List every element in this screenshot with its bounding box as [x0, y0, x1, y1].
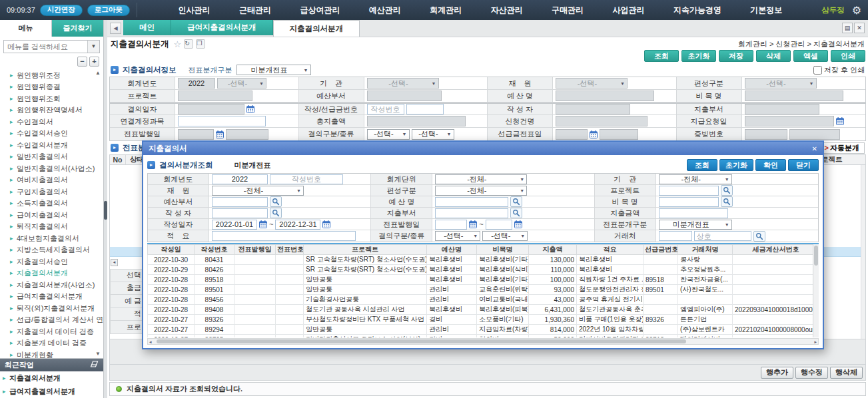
- favorite-star-icon[interactable]: ☆: [174, 39, 182, 49]
- m-date-from-input[interactable]: [212, 220, 257, 230]
- column-header-작성일[interactable]: 작성일: [148, 245, 195, 255]
- m-issue-to-calendar-icon[interactable]: [514, 220, 522, 228]
- sidebar-item-여비지출결의서[interactable]: 여비지출결의서: [0, 174, 103, 186]
- toolbar-button-인쇄[interactable]: 인쇄: [831, 50, 865, 62]
- modal-horizontal-scrollbar[interactable]: ◂ ▸: [147, 338, 819, 345]
- total-amount-input[interactable]: [367, 116, 466, 126]
- m-slip-type-select[interactable]: 미분개전표▼: [659, 220, 732, 230]
- top-menu-item-구매관리[interactable]: 구매관리: [552, 5, 584, 16]
- column-header-지출액[interactable]: 지출액: [529, 245, 577, 255]
- extend-session-button[interactable]: 시간연장: [40, 5, 83, 16]
- m-issue-from-calendar-icon[interactable]: [469, 220, 477, 228]
- m-budget-dept-search-icon[interactable]: [270, 196, 282, 207]
- resolution-type-select[interactable]: -선택-▼: [367, 129, 410, 140]
- m-amount-input[interactable]: [659, 208, 728, 218]
- column-header-작성번호[interactable]: 작성번호: [195, 245, 234, 255]
- search-dropdown-icon[interactable]: ▼: [87, 41, 99, 53]
- column-header-선급금번호[interactable]: 선급금번호: [644, 245, 678, 255]
- sidebar-tab-favorites[interactable]: 즐겨찾기: [52, 20, 103, 37]
- sidebar-item-수입결의서[interactable]: 수입결의서: [0, 116, 103, 128]
- sidebar-item-미분개현황[interactable]: 미분개현황: [0, 349, 103, 358]
- document-tab-지출결의서분개[interactable]: 지출결의서분개: [273, 20, 360, 37]
- grid-scroll-left-icon[interactable]: ◂: [111, 259, 118, 266]
- resolution-kind-select[interactable]: -선택-▼: [412, 129, 454, 140]
- m-spend-dept-input[interactable]: [435, 208, 508, 218]
- advance-slip-calendar-icon[interactable]: [590, 130, 598, 138]
- table-row[interactable]: 2022-10-2889408철도기관 공동사옥 시설관리 사업복리후생비복리후…: [148, 305, 819, 315]
- fiscal-year-select[interactable]: -선택-▼: [217, 78, 266, 89]
- m-account-unit-select[interactable]: -전체-▼: [435, 174, 527, 184]
- sidebar-item-소득지출결의서[interactable]: 소득지출결의서: [0, 198, 103, 210]
- top-menu-item-자산관리[interactable]: 자산관리: [491, 5, 523, 16]
- linked-account-input[interactable]: [178, 116, 266, 126]
- print-after-save-checkbox[interactable]: [813, 66, 822, 75]
- m-res-kind-select[interactable]: -선택-▼: [482, 231, 528, 241]
- sidebar-item-일반지출결의서[interactable]: 일반지출결의서: [0, 151, 103, 163]
- m-project-input[interactable]: [659, 186, 719, 196]
- sidebar-item-지출결의서분개[interactable]: 지출결의서분개: [0, 268, 103, 280]
- recent-item-급여지출결의서분개[interactable]: 급여지출결의서분개: [0, 385, 103, 398]
- m-budget-name-search-icon[interactable]: [510, 196, 522, 207]
- m-vendor-search-icon[interactable]: [753, 231, 765, 242]
- document-tab-급여지출결의서분개[interactable]: 급여지출결의서분개: [171, 20, 273, 35]
- recent-item-지출결의서분개[interactable]: 지출결의서분개: [0, 371, 103, 385]
- gear-icon[interactable]: ⚙: [852, 4, 861, 17]
- table-row[interactable]: 2022-10-2789326부산철도차량정비단 KTX 부품세척 사업경비소모…: [148, 315, 819, 325]
- sidebar-item-퇴직(외)지출결의서분개[interactable]: 퇴직(외)지출결의서분개: [0, 303, 103, 315]
- sidebar-item-급여지출결의서분개[interactable]: 급여지출결의서분개: [0, 291, 103, 303]
- writer-input[interactable]: [556, 104, 630, 114]
- doc-no-input[interactable]: [367, 104, 404, 114]
- resolution-date-calendar-icon[interactable]: [246, 105, 254, 113]
- column-header-프로젝트[interactable]: 프로젝트: [304, 245, 427, 255]
- m-issue-from-input[interactable]: [435, 220, 467, 230]
- m-writer-input[interactable]: [212, 208, 268, 218]
- collapse-all-button[interactable]: −: [77, 57, 87, 67]
- request-title-input[interactable]: [556, 116, 648, 126]
- sidebar-item-지출결의서분개(사업소)[interactable]: 지출결의서분개(사업소): [0, 280, 103, 292]
- m-writer-search-icon[interactable]: [270, 208, 282, 218]
- logout-button[interactable]: 로그아웃: [87, 5, 130, 16]
- table-row[interactable]: 2022-10-2889518일반공통복리후생비복리후생비(기타)100,000…: [148, 275, 819, 285]
- scroll-right-icon[interactable]: ▸: [814, 339, 817, 345]
- m-remark-input[interactable]: [212, 231, 356, 241]
- evidence-no-input[interactable]: [745, 129, 787, 140]
- table-row[interactable]: 2022-10-2980426SR 고속철도차량(SRT) 청소사업(수도권)복…: [148, 265, 819, 275]
- modal-vertical-scrollbar[interactable]: [813, 244, 819, 337]
- eraser-icon[interactable]: [90, 361, 99, 369]
- column-header-거래처명[interactable]: 거래처명: [678, 245, 733, 255]
- project-input[interactable]: [178, 91, 252, 101]
- top-menu-item-예산관리[interactable]: 예산관리: [369, 5, 401, 16]
- toolbar-button-저장[interactable]: 저장: [719, 50, 753, 62]
- splitter[interactable]: [104, 20, 107, 398]
- advance-slip-extra-input[interactable]: [600, 129, 638, 140]
- row-button-행삭제[interactable]: 행삭제: [830, 367, 863, 379]
- expense-item-input[interactable]: [745, 91, 843, 101]
- sidebar-item-일반지출결의서(사업소)[interactable]: 일반지출결의서(사업소): [0, 163, 103, 175]
- m-date-to-input[interactable]: [275, 220, 320, 230]
- fund-select[interactable]: -선택-▼: [556, 78, 628, 89]
- toolbar-button-초기화[interactable]: 초기화: [681, 50, 716, 62]
- top-menu-item-지속가능경영[interactable]: 지속가능경영: [673, 5, 721, 16]
- top-menu-item-급상여관리[interactable]: 급상여관리: [300, 5, 340, 16]
- refresh-icon[interactable]: ↻: [184, 39, 193, 49]
- advance-slip-date-input[interactable]: [556, 129, 588, 140]
- slip-issue-calendar-icon[interactable]: [216, 130, 224, 138]
- sidebar-item-선급/통합결의서 계산서 연[interactable]: 선급/통합결의서 계산서 연: [0, 314, 103, 326]
- toolbar-button-엑셀[interactable]: 엑셀: [793, 50, 828, 62]
- sidebar-item-급여지출결의서[interactable]: 급여지출결의서: [0, 210, 103, 222]
- m-project-search-icon[interactable]: [721, 185, 733, 196]
- column-header-전표발행일[interactable]: 전표발행일: [234, 245, 276, 255]
- sidebar-item-4대보험지출결의서[interactable]: 4대보험지출결의서: [0, 233, 103, 245]
- auto-journal-button[interactable]: > 자동분개: [819, 142, 865, 154]
- budget-dept-input[interactable]: [367, 91, 442, 101]
- table-row[interactable]: 2022-10-3080431SR 고속철도차량(SRT) 청소사업(수도권)복…: [148, 255, 819, 265]
- toolbar-button-삭제[interactable]: 삭제: [756, 50, 791, 62]
- budget-name-input[interactable]: [556, 91, 654, 101]
- expand-all-button[interactable]: +: [89, 57, 99, 67]
- top-menu-item-근태관리[interactable]: 근태관리: [239, 5, 271, 16]
- m-date-from-calendar-icon[interactable]: [259, 220, 267, 228]
- table-row[interactable]: 2022-10-2889501일반공통관리비교육훈련비(위탁)93,000철도운…: [148, 285, 819, 295]
- evidence-no2-input[interactable]: [789, 129, 840, 140]
- sidebar-item-지출분개 데이터 검증[interactable]: 지출분개 데이터 검증: [0, 337, 103, 349]
- resolution-date-input[interactable]: [178, 104, 244, 114]
